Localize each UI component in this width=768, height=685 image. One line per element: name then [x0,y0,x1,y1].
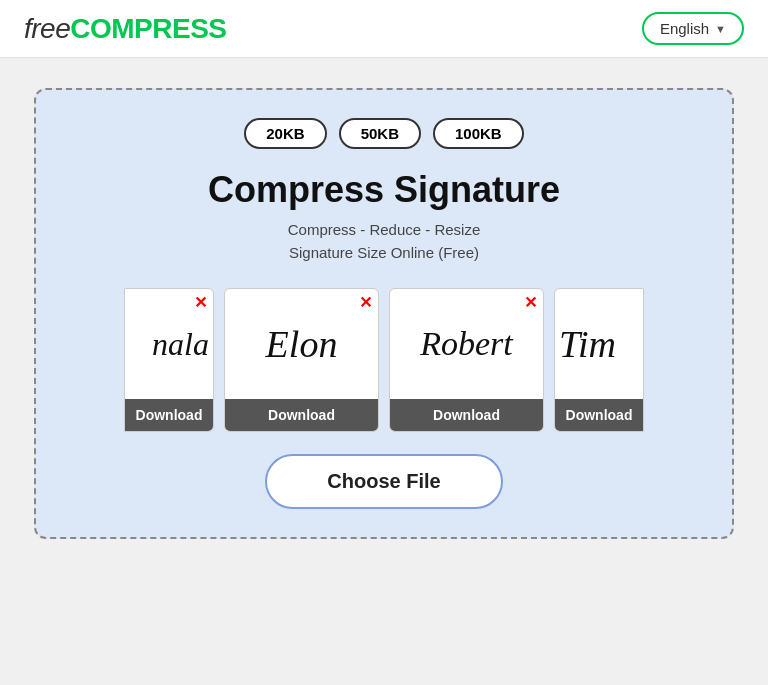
language-label: English [660,20,709,37]
choose-file-button[interactable]: Choose File [265,454,502,509]
signature-text-2: Elon [225,289,378,399]
size-20kb-button[interactable]: 20KB [244,118,326,149]
upload-box: 20KB 50KB 100KB Compress Signature Compr… [34,88,734,539]
download-card-4-button[interactable]: Download [555,399,643,431]
main-content: 20KB 50KB 100KB Compress Signature Compr… [0,58,768,569]
close-card-2-button[interactable]: ✕ [359,295,372,311]
close-card-1-button[interactable]: ✕ [194,295,207,311]
download-card-1-button[interactable]: Download [125,399,213,431]
logo: freeCOMPRESS [24,13,227,45]
download-card-2-button[interactable]: Download [225,399,378,431]
signature-card-3: ✕ Robert Download [389,288,544,432]
signature-card-2: ✕ Elon Download [224,288,379,432]
page-subtitle: Compress - Reduce - Resize Signature Siz… [288,219,481,264]
download-card-3-button[interactable]: Download [390,399,543,431]
signature-text-4: Tim [555,289,643,399]
logo-free-text: free [24,13,70,44]
signature-cards-row: ✕ nala Download ✕ Elon Download ✕ Robert… [60,288,708,432]
close-card-3-button[interactable]: ✕ [524,295,537,311]
signature-card-4: Tim Download [554,288,644,432]
size-options-row: 20KB 50KB 100KB [244,118,523,149]
signature-text-3: Robert [390,289,543,399]
language-selector[interactable]: English ▼ [642,12,744,45]
header: freeCOMPRESS English ▼ [0,0,768,58]
page-title: Compress Signature [208,169,560,211]
size-50kb-button[interactable]: 50KB [339,118,421,149]
size-100kb-button[interactable]: 100KB [433,118,524,149]
signature-card-1: ✕ nala Download [124,288,214,432]
chevron-down-icon: ▼ [715,23,726,35]
logo-compress-text: COMPRESS [70,13,226,44]
